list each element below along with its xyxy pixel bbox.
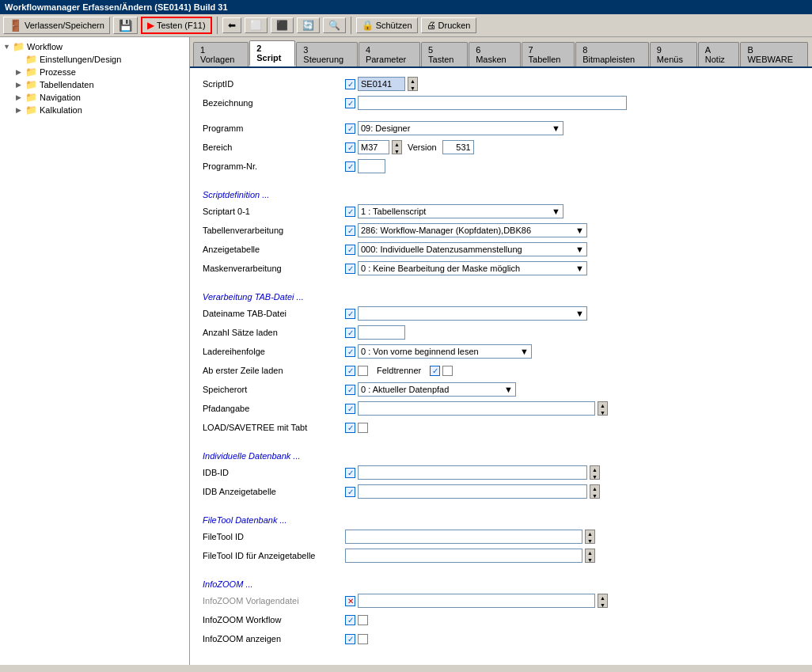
idb-id-spinner[interactable]: ▲ ▼	[590, 465, 600, 480]
pfadangabe-controls: ▲ ▼	[345, 401, 799, 416]
idb-anzeigetabelle-spinner[interactable]: ▲ ▼	[590, 484, 600, 499]
individuelle-header: Individuelle Datenbank ...	[203, 451, 799, 461]
idb-id-checkbox[interactable]	[345, 468, 355, 478]
tab-script[interactable]: 2 Script	[249, 40, 295, 66]
programm-nr-checkbox[interactable]	[345, 161, 355, 172]
anzahl-saetze-input[interactable]	[358, 325, 405, 340]
load-savetree-value[interactable]	[358, 423, 368, 433]
ab-erster-zeile-check2[interactable]	[358, 366, 368, 376]
infozoom-workflow-value[interactable]	[358, 615, 368, 625]
tab-tasten[interactable]: 5 Tasten	[421, 42, 468, 66]
programm-checkbox[interactable]	[345, 123, 355, 134]
pfadangabe-checkbox[interactable]	[345, 404, 355, 414]
sidebar-item-prozesse[interactable]: ▶ 📁 Prozesse	[16, 66, 186, 78]
dateiname-tab-checkbox[interactable]	[345, 309, 355, 319]
idb-anzeigetabelle-input[interactable]	[358, 484, 587, 499]
programm-nr-input[interactable]	[358, 159, 385, 173]
bezeichnung-input[interactable]: Workflowserver - Jobzuordnung	[358, 96, 627, 110]
scriptid-spinner[interactable]: ▲ ▼	[408, 77, 418, 91]
sidebar: ▼ 📁 Workflow 📁 Einstellungen/Design ▶ 📁 …	[0, 37, 190, 665]
programm-nr-controls	[345, 159, 799, 173]
programm-select[interactable]: 09: Designer ▼	[358, 121, 563, 135]
ab-erster-zeile-checkbox[interactable]	[345, 366, 355, 376]
tab-bitmapleisten[interactable]: 8 Bitmapleisten	[575, 42, 649, 66]
sidebar-item-navigation[interactable]: ▶ 📁 Navigation	[16, 91, 186, 104]
infozoom-workflow-checkbox[interactable]	[345, 615, 355, 625]
bezeichnung-checkbox[interactable]	[345, 98, 355, 108]
speicherort-select[interactable]: 0 : Aktueller Datenpfad ▼	[358, 382, 516, 397]
sidebar-item-einstellungen[interactable]: 📁 Einstellungen/Design	[16, 53, 186, 66]
sidebar-item-workflow[interactable]: ▼ 📁 Workflow	[3, 40, 186, 53]
feldtrenner-checkbox[interactable]	[430, 366, 440, 376]
scriptart-select[interactable]: 1 : Tabellenscript ▼	[358, 204, 563, 218]
infozoom-vorlagen-input[interactable]	[358, 594, 595, 608]
tab-steuerung[interactable]: 3 Steuerung	[296, 42, 358, 66]
programm-row: Programm 09: Designer ▼	[203, 120, 799, 136]
drucken-button[interactable]: 🖨 Drucken	[421, 17, 476, 33]
scriptid-input[interactable]	[358, 77, 405, 91]
tab-masken[interactable]: 6 Masken	[469, 42, 520, 66]
idb-id-input[interactable]	[358, 465, 587, 480]
tab-menus[interactable]: 9 Menüs	[650, 42, 697, 66]
nav2-button[interactable]: ⬜	[245, 17, 268, 33]
filetool-id-input[interactable]	[345, 530, 582, 544]
pfadangabe-input[interactable]	[358, 401, 595, 416]
bereich-input[interactable]	[358, 140, 389, 154]
bereich-label: Bereich	[203, 142, 345, 152]
ladereihenfolge-row: Ladereihenfolge 0 : Von vorne beginnend …	[203, 344, 799, 359]
anzeigetabelle-checkbox[interactable]	[345, 245, 355, 255]
bereich-spinner[interactable]: ▲ ▼	[392, 140, 402, 154]
tabellendaten-arrow: ▶	[16, 81, 25, 89]
scriptid-up-arrow[interactable]: ▲	[408, 78, 417, 85]
nav3-button[interactable]: ⬛	[271, 17, 294, 33]
sidebar-item-tabellendaten[interactable]: ▶ 📁 Tabellendaten	[16, 78, 186, 91]
filetool-id-spinner[interactable]: ▲ ▼	[585, 530, 595, 544]
sidebar-item-kalkulation[interactable]: ▶ 📁 Kalkulation	[16, 104, 186, 116]
bereich-checkbox[interactable]	[345, 142, 355, 153]
version-input[interactable]	[442, 140, 474, 154]
nav4-button[interactable]: 🔄	[297, 17, 320, 33]
tab-notiz[interactable]: A Notiz	[698, 42, 740, 66]
ladereihenfolge-checkbox[interactable]	[345, 347, 355, 357]
anzahl-saetze-checkbox[interactable]	[345, 328, 355, 338]
infozoom-vorlagen-spinner[interactable]: ▲ ▼	[598, 594, 608, 608]
idb-anzeigetabelle-checkbox[interactable]	[345, 487, 355, 497]
verlassen-speichern-button[interactable]: 🚪 Verlassen/Speichern	[3, 17, 110, 34]
tabellenverarbeitung-controls: 286: Workflow-Manager (Kopfdaten),DBK86 …	[345, 223, 799, 237]
tab-webware[interactable]: B WEBWARE	[740, 42, 808, 66]
dateiname-tab-select[interactable]: ▼	[358, 306, 587, 321]
infozoom-anzeigen-value[interactable]	[358, 634, 368, 644]
scriptid-down-arrow[interactable]: ▼	[408, 85, 417, 92]
nav5-button[interactable]: 🔍	[323, 17, 346, 33]
bezeichnung-label: Bezeichnung	[203, 98, 345, 108]
scriptart-checkbox[interactable]	[345, 207, 355, 217]
pfadangabe-spinner[interactable]: ▲ ▼	[598, 401, 608, 416]
tab-vorlagen[interactable]: 1 Vorlagen	[193, 42, 249, 66]
save-button[interactable]: 💾	[113, 17, 138, 34]
tabellenverarbeitung-checkbox[interactable]	[345, 226, 355, 236]
version-label: Version	[408, 142, 437, 152]
tabellenverarbeitung-select[interactable]: 286: Workflow-Manager (Kopfdaten),DBK86 …	[358, 223, 587, 237]
anzeigetabelle-select[interactable]: 000: Individuelle Datenzusammenstellung …	[358, 242, 587, 256]
load-savetree-checkbox[interactable]	[345, 423, 355, 433]
idb-anzeigetabelle-label: IDB Anzeigetabelle	[203, 487, 345, 496]
filetool-anzeigetabelle-spinner[interactable]: ▲ ▼	[585, 549, 595, 563]
ladereihenfolge-select[interactable]: 0 : Von vorne beginnend lesen ▼	[358, 344, 532, 359]
infozoom-vorlagen-checkbox[interactable]	[345, 596, 355, 606]
filetool-anzeigetabelle-input[interactable]	[345, 549, 582, 563]
testen-button[interactable]: ▶ Testen (F11)	[141, 17, 212, 34]
feldtrenner-value-checkbox[interactable]	[442, 366, 453, 376]
maskenverarbeitung-select[interactable]: 0 : Keine Bearbeitung der Maske möglich …	[358, 261, 587, 275]
tab-parameter[interactable]: 4 Parameter	[359, 42, 420, 66]
nav1-button[interactable]: ⬅	[222, 17, 241, 33]
tab-tabellen[interactable]: 7 Tabellen	[522, 42, 575, 66]
maskenverarbeitung-checkbox[interactable]	[345, 264, 355, 274]
scriptid-checkbox[interactable]	[345, 79, 355, 89]
tabellendaten-folder-icon: 📁	[25, 79, 37, 90]
load-savetree-row: LOAD/SAVETREE mit Tabt	[203, 420, 799, 435]
speicherort-checkbox[interactable]	[345, 385, 355, 395]
infozoom-anzeigen-checkbox[interactable]	[345, 634, 355, 644]
testen-label: Testen (F11)	[157, 21, 206, 30]
tabellenverarbeitung-label: Tabellenverarbeitung	[203, 226, 345, 235]
schuetzen-button[interactable]: 🔒 Schützen	[356, 17, 418, 33]
